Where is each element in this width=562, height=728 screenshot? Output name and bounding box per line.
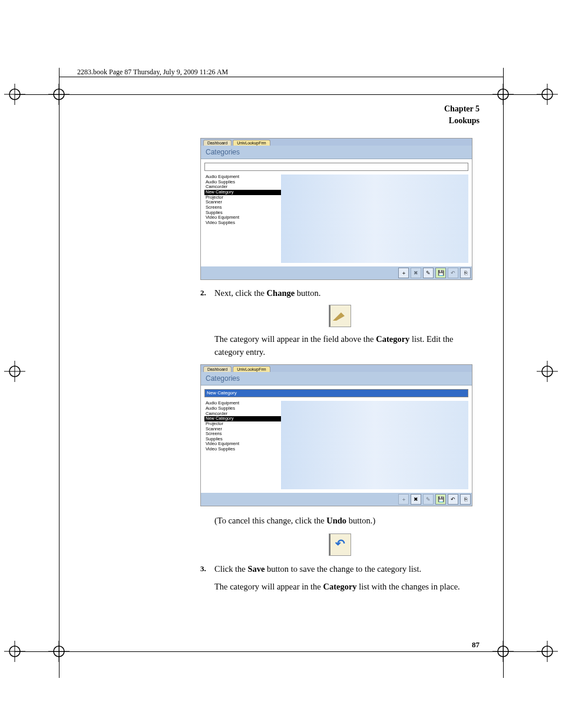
chapter-title: Lookups	[200, 115, 480, 127]
toolbar: ＋ ✖ ✎ 💾 ↶ ⎘	[201, 266, 472, 279]
panel-title: Categories	[201, 372, 472, 386]
reg-mark-ml	[3, 360, 27, 386]
category-input[interactable]: New Category	[204, 389, 468, 397]
reg-mark-mr	[535, 360, 559, 386]
reg-mark-br2	[535, 640, 559, 666]
tab-bar: Dashboard UnivLookupFrm	[201, 365, 472, 372]
panel-title: Categories	[201, 146, 472, 159]
undo-button[interactable]: ↶	[448, 494, 458, 505]
undo-icon	[329, 533, 351, 556]
side-panel	[281, 401, 468, 489]
undo-button[interactable]: ↶	[448, 268, 458, 278]
exit-button[interactable]: ⎘	[460, 268, 471, 278]
tab-univlookupfrm[interactable]: UnivLookupFrm	[233, 366, 270, 372]
save-button[interactable]: 💾	[435, 494, 446, 505]
toolbar: ＋ ✖ ✎ 💾 ↶ ⎘	[201, 493, 472, 506]
step-body: Next, click the Change button.	[214, 287, 480, 300]
content-area: Chapter 5 Lookups Dashboard UnivLookupFr…	[200, 103, 480, 599]
add-button[interactable]: ＋	[398, 494, 409, 505]
paragraph-1: The category will appear in the field ab…	[214, 333, 480, 359]
chapter-number: Chapter 5	[200, 103, 480, 115]
step-body: Click the Save button to save the change…	[214, 563, 480, 576]
paragraph-3: The category will appear in the Category…	[214, 581, 480, 594]
delete-button[interactable]: ✖	[411, 268, 421, 278]
paragraph-2: (To cancel this change, click the Undo b…	[214, 515, 480, 528]
step-2: 2. Next, click the Change button.	[200, 287, 480, 300]
side-panel	[281, 174, 468, 263]
reg-mark-tr2	[535, 83, 559, 108]
save-button[interactable]: 💾	[435, 268, 446, 278]
page-header-line: 2283.book Page 87 Thursday, July 9, 2009…	[77, 68, 228, 77]
reg-mark-bl2	[3, 640, 27, 666]
step-number: 2.	[200, 287, 214, 300]
exit-button[interactable]: ⎘	[460, 494, 471, 505]
delete-button[interactable]: ✖	[411, 494, 421, 505]
category-list[interactable]: Audio EquipmentAudio SuppliesCamcorderNe…	[204, 401, 281, 489]
chapter-heading: Chapter 5 Lookups	[200, 103, 480, 126]
frame-line	[59, 77, 503, 77]
change-button[interactable]: ✎	[423, 494, 434, 505]
tab-univlookupfrm[interactable]: UnivLookupFrm	[233, 140, 270, 146]
tab-dashboard[interactable]: Dashboard	[203, 140, 232, 146]
category-input[interactable]	[204, 163, 468, 171]
reg-mark-tl2	[3, 83, 27, 108]
list-item[interactable]: Video Supplies	[204, 220, 281, 226]
tab-bar: Dashboard UnivLookupFrm	[201, 139, 472, 146]
step-number: 3.	[200, 563, 214, 576]
change-button[interactable]: ✎	[423, 268, 434, 278]
change-icon	[329, 305, 351, 327]
screenshot-categories-2: Dashboard UnivLookupFrm Categories New C…	[200, 364, 472, 506]
category-list[interactable]: Audio EquipmentAudio SuppliesCamcorderNe…	[204, 174, 281, 263]
frame-line	[15, 94, 548, 95]
tab-dashboard[interactable]: Dashboard	[203, 366, 232, 372]
step-3: 3. Click the Save button to save the cha…	[200, 563, 480, 576]
page-number: 87	[472, 640, 480, 650]
frame-line	[503, 68, 504, 678]
list-item[interactable]: Video Supplies	[204, 447, 281, 452]
screenshot-categories-1: Dashboard UnivLookupFrm Categories Audio…	[200, 138, 472, 280]
frame-line	[15, 651, 548, 652]
frame-line	[59, 68, 59, 678]
add-button[interactable]: ＋	[398, 268, 409, 278]
